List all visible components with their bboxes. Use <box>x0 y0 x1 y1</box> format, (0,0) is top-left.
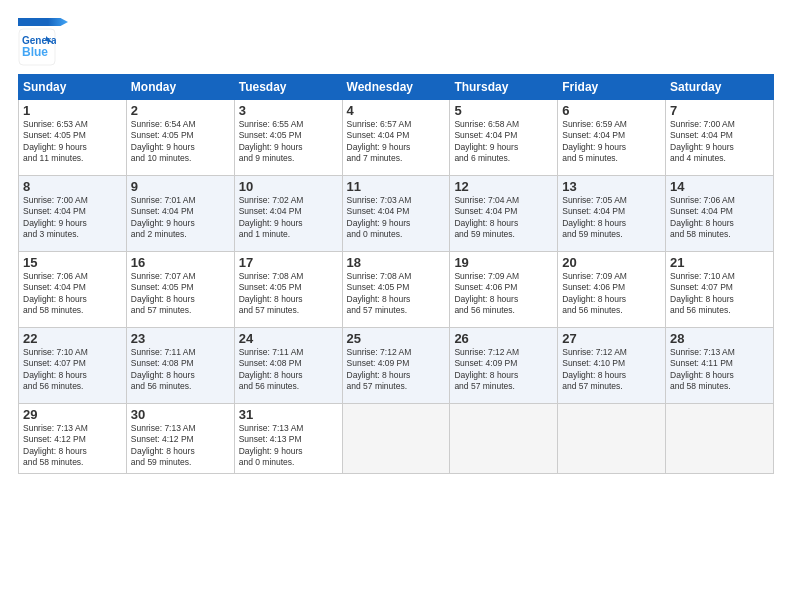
day-info: Sunrise: 7:12 AMSunset: 4:10 PMDaylight:… <box>562 347 661 393</box>
day-info: Sunrise: 7:09 AMSunset: 4:06 PMDaylight:… <box>562 271 661 317</box>
calendar-cell <box>558 404 666 474</box>
calendar-cell: 21Sunrise: 7:10 AMSunset: 4:07 PMDayligh… <box>666 252 774 328</box>
day-number: 10 <box>239 179 338 194</box>
page: General Blue SundayMondayTuesdayWednesda… <box>0 0 792 612</box>
calendar-cell: 13Sunrise: 7:05 AMSunset: 4:04 PMDayligh… <box>558 176 666 252</box>
day-info: Sunrise: 6:55 AMSunset: 4:05 PMDaylight:… <box>239 119 338 165</box>
calendar-cell: 17Sunrise: 7:08 AMSunset: 4:05 PMDayligh… <box>234 252 342 328</box>
day-number: 21 <box>670 255 769 270</box>
day-number: 22 <box>23 331 122 346</box>
day-number: 28 <box>670 331 769 346</box>
day-number: 3 <box>239 103 338 118</box>
day-info: Sunrise: 7:08 AMSunset: 4:05 PMDaylight:… <box>239 271 338 317</box>
day-number: 18 <box>347 255 446 270</box>
calendar-cell: 3Sunrise: 6:55 AMSunset: 4:05 PMDaylight… <box>234 100 342 176</box>
day-info: Sunrise: 7:03 AMSunset: 4:04 PMDaylight:… <box>347 195 446 241</box>
calendar-cell: 27Sunrise: 7:12 AMSunset: 4:10 PMDayligh… <box>558 328 666 404</box>
logo-wrap: General Blue <box>18 28 56 66</box>
day-info: Sunrise: 6:58 AMSunset: 4:04 PMDaylight:… <box>454 119 553 165</box>
day-info: Sunrise: 7:11 AMSunset: 4:08 PMDaylight:… <box>131 347 230 393</box>
calendar-cell: 2Sunrise: 6:54 AMSunset: 4:05 PMDaylight… <box>126 100 234 176</box>
day-info: Sunrise: 6:53 AMSunset: 4:05 PMDaylight:… <box>23 119 122 165</box>
day-info: Sunrise: 6:57 AMSunset: 4:04 PMDaylight:… <box>347 119 446 165</box>
day-number: 17 <box>239 255 338 270</box>
calendar-cell: 22Sunrise: 7:10 AMSunset: 4:07 PMDayligh… <box>19 328 127 404</box>
day-info: Sunrise: 7:07 AMSunset: 4:05 PMDaylight:… <box>131 271 230 317</box>
svg-text:Blue: Blue <box>22 45 48 59</box>
calendar-cell: 20Sunrise: 7:09 AMSunset: 4:06 PMDayligh… <box>558 252 666 328</box>
day-number: 27 <box>562 331 661 346</box>
day-number: 6 <box>562 103 661 118</box>
calendar-cell: 11Sunrise: 7:03 AMSunset: 4:04 PMDayligh… <box>342 176 450 252</box>
day-info: Sunrise: 7:04 AMSunset: 4:04 PMDaylight:… <box>454 195 553 241</box>
day-info: Sunrise: 7:00 AMSunset: 4:04 PMDaylight:… <box>670 119 769 165</box>
day-info: Sunrise: 7:09 AMSunset: 4:06 PMDaylight:… <box>454 271 553 317</box>
day-number: 23 <box>131 331 230 346</box>
day-number: 14 <box>670 179 769 194</box>
calendar-cell: 24Sunrise: 7:11 AMSunset: 4:08 PMDayligh… <box>234 328 342 404</box>
day-info: Sunrise: 7:05 AMSunset: 4:04 PMDaylight:… <box>562 195 661 241</box>
day-number: 2 <box>131 103 230 118</box>
calendar-cell: 12Sunrise: 7:04 AMSunset: 4:04 PMDayligh… <box>450 176 558 252</box>
day-info: Sunrise: 7:08 AMSunset: 4:05 PMDaylight:… <box>347 271 446 317</box>
logo: General Blue <box>18 18 68 66</box>
logo-svg: General Blue <box>18 28 56 66</box>
week-row-3: 15Sunrise: 7:06 AMSunset: 4:04 PMDayligh… <box>19 252 774 328</box>
calendar-cell: 18Sunrise: 7:08 AMSunset: 4:05 PMDayligh… <box>342 252 450 328</box>
day-number: 7 <box>670 103 769 118</box>
day-info: Sunrise: 6:54 AMSunset: 4:05 PMDaylight:… <box>131 119 230 165</box>
calendar-cell: 1Sunrise: 6:53 AMSunset: 4:05 PMDaylight… <box>19 100 127 176</box>
weekday-header-saturday: Saturday <box>666 75 774 100</box>
day-info: Sunrise: 7:10 AMSunset: 4:07 PMDaylight:… <box>670 271 769 317</box>
weekday-header-wednesday: Wednesday <box>342 75 450 100</box>
calendar-cell: 26Sunrise: 7:12 AMSunset: 4:09 PMDayligh… <box>450 328 558 404</box>
calendar-cell: 19Sunrise: 7:09 AMSunset: 4:06 PMDayligh… <box>450 252 558 328</box>
calendar-cell: 31Sunrise: 7:13 AMSunset: 4:13 PMDayligh… <box>234 404 342 474</box>
day-number: 24 <box>239 331 338 346</box>
day-info: Sunrise: 7:02 AMSunset: 4:04 PMDaylight:… <box>239 195 338 241</box>
day-number: 11 <box>347 179 446 194</box>
day-number: 5 <box>454 103 553 118</box>
day-number: 31 <box>239 407 338 422</box>
weekday-header-monday: Monday <box>126 75 234 100</box>
weekday-header-friday: Friday <box>558 75 666 100</box>
day-info: Sunrise: 6:59 AMSunset: 4:04 PMDaylight:… <box>562 119 661 165</box>
calendar-cell: 5Sunrise: 6:58 AMSunset: 4:04 PMDaylight… <box>450 100 558 176</box>
day-number: 20 <box>562 255 661 270</box>
calendar-cell: 30Sunrise: 7:13 AMSunset: 4:12 PMDayligh… <box>126 404 234 474</box>
calendar-cell: 10Sunrise: 7:02 AMSunset: 4:04 PMDayligh… <box>234 176 342 252</box>
day-info: Sunrise: 7:00 AMSunset: 4:04 PMDaylight:… <box>23 195 122 241</box>
calendar-cell: 7Sunrise: 7:00 AMSunset: 4:04 PMDaylight… <box>666 100 774 176</box>
day-info: Sunrise: 7:06 AMSunset: 4:04 PMDaylight:… <box>23 271 122 317</box>
day-info: Sunrise: 7:10 AMSunset: 4:07 PMDaylight:… <box>23 347 122 393</box>
week-row-5: 29Sunrise: 7:13 AMSunset: 4:12 PMDayligh… <box>19 404 774 474</box>
day-number: 4 <box>347 103 446 118</box>
day-number: 15 <box>23 255 122 270</box>
calendar-cell: 25Sunrise: 7:12 AMSunset: 4:09 PMDayligh… <box>342 328 450 404</box>
calendar-cell: 6Sunrise: 6:59 AMSunset: 4:04 PMDaylight… <box>558 100 666 176</box>
week-row-1: 1Sunrise: 6:53 AMSunset: 4:05 PMDaylight… <box>19 100 774 176</box>
weekday-header-thursday: Thursday <box>450 75 558 100</box>
day-info: Sunrise: 7:11 AMSunset: 4:08 PMDaylight:… <box>239 347 338 393</box>
weekday-header-tuesday: Tuesday <box>234 75 342 100</box>
day-number: 26 <box>454 331 553 346</box>
day-info: Sunrise: 7:13 AMSunset: 4:11 PMDaylight:… <box>670 347 769 393</box>
weekday-header-row: SundayMondayTuesdayWednesdayThursdayFrid… <box>19 75 774 100</box>
day-info: Sunrise: 7:12 AMSunset: 4:09 PMDaylight:… <box>347 347 446 393</box>
calendar-cell: 8Sunrise: 7:00 AMSunset: 4:04 PMDaylight… <box>19 176 127 252</box>
day-info: Sunrise: 7:13 AMSunset: 4:12 PMDaylight:… <box>131 423 230 469</box>
day-number: 19 <box>454 255 553 270</box>
day-info: Sunrise: 7:01 AMSunset: 4:04 PMDaylight:… <box>131 195 230 241</box>
day-info: Sunrise: 7:13 AMSunset: 4:12 PMDaylight:… <box>23 423 122 469</box>
day-info: Sunrise: 7:12 AMSunset: 4:09 PMDaylight:… <box>454 347 553 393</box>
calendar-cell <box>450 404 558 474</box>
day-number: 29 <box>23 407 122 422</box>
calendar-cell: 29Sunrise: 7:13 AMSunset: 4:12 PMDayligh… <box>19 404 127 474</box>
header: General Blue <box>18 18 774 66</box>
calendar-cell: 9Sunrise: 7:01 AMSunset: 4:04 PMDaylight… <box>126 176 234 252</box>
day-number: 9 <box>131 179 230 194</box>
week-row-2: 8Sunrise: 7:00 AMSunset: 4:04 PMDaylight… <box>19 176 774 252</box>
day-number: 30 <box>131 407 230 422</box>
day-number: 12 <box>454 179 553 194</box>
calendar-cell: 16Sunrise: 7:07 AMSunset: 4:05 PMDayligh… <box>126 252 234 328</box>
